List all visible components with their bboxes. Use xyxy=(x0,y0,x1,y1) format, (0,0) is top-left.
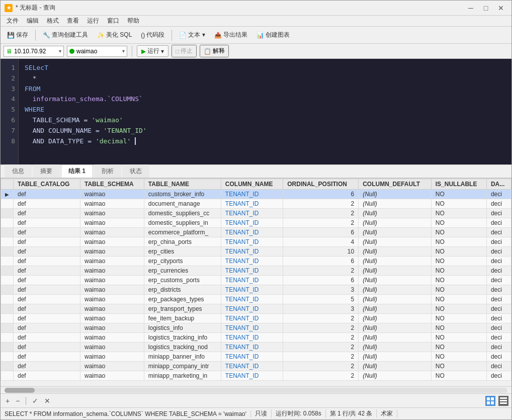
cell-nullable-13: NO xyxy=(431,314,486,323)
col-nullable-header[interactable]: IS_NULLABLE xyxy=(431,179,486,190)
cell-schema-5: waimao xyxy=(80,237,144,247)
table-row[interactable]: def waimao miniapp_marketing_in TENANT_I… xyxy=(1,371,511,381)
list-view-button[interactable] xyxy=(498,396,508,406)
h-scroll-thumb[interactable] xyxy=(5,388,35,393)
cell-da-18: deci xyxy=(486,362,511,371)
cell-ordinal-1: 2 xyxy=(283,199,359,209)
beautify-sql-button[interactable]: ✨ 美化 SQL xyxy=(94,29,135,41)
cell-nullable-11: NO xyxy=(431,295,486,304)
horizontal-scrollbar[interactable] xyxy=(1,386,511,393)
save-button[interactable]: 💾 保存 xyxy=(4,29,32,41)
table-row[interactable]: def waimao erp_packages_types TENANT_ID … xyxy=(1,295,511,304)
text-button[interactable]: 📄 文本 ▾ xyxy=(176,29,208,41)
col-da-header[interactable]: DA... xyxy=(486,179,511,190)
table-row[interactable]: ▶ def waimao customs_broker_info TENANT_… xyxy=(1,190,511,199)
export-button[interactable]: 📤 导出结果 xyxy=(211,29,251,41)
cell-schema-8: waimao xyxy=(80,266,144,276)
line-num-3: 3 xyxy=(4,84,15,95)
chart-button[interactable]: 📊 创建图表 xyxy=(253,29,293,41)
table-row[interactable]: def waimao miniapp_company_intr TENANT_I… xyxy=(1,362,511,371)
table-row[interactable]: def waimao erp_cities TENANT_ID 10 (Null… xyxy=(1,247,511,257)
table-row[interactable]: def waimao erp_cityports TENANT_ID 6 (Nu… xyxy=(1,257,511,266)
cell-column-18: TENANT_ID xyxy=(221,362,283,371)
code-snippet-button[interactable]: () 代码段 xyxy=(137,29,168,41)
table-row[interactable]: def waimao domestic_suppliers_cc TENANT_… xyxy=(1,209,511,218)
toolbar-sep-2 xyxy=(172,30,172,41)
sql-editor[interactable]: 1 2 3 4 5 6 7 8 SELecT * FROM informatio… xyxy=(1,59,511,164)
cell-da-12: deci xyxy=(486,304,511,314)
tab-summary[interactable]: 摘要 xyxy=(33,164,60,178)
menu-edit[interactable]: 编辑 xyxy=(23,16,43,26)
confirm-button[interactable]: ✓ xyxy=(30,397,40,405)
cell-schema-14: waimao xyxy=(80,323,144,333)
run-button[interactable]: ▶ 运行 ▾ xyxy=(137,45,168,57)
cell-nullable-2: NO xyxy=(431,209,486,218)
cell-catalog-1: def xyxy=(14,199,80,209)
table-row[interactable]: def waimao logistics_info TENANT_ID 2 (N… xyxy=(1,323,511,333)
table-row[interactable]: def waimao erp_customs_ports TENANT_ID 6… xyxy=(1,276,511,285)
add-row-button[interactable]: + xyxy=(4,397,12,405)
db-selector[interactable]: waimao ▾ xyxy=(67,46,127,57)
sql-code-area[interactable]: SELecT * FROM information_schema.`COLUMN… xyxy=(19,59,511,164)
cell-table-3: domestic_suppliers_in xyxy=(144,218,221,228)
result-container[interactable]: TABLE_CATALOG TABLE_SCHEMA TABLE_NAME CO… xyxy=(1,179,511,386)
table-row[interactable]: def waimao erp_transport_types TENANT_ID… xyxy=(1,304,511,314)
col-table-name-header[interactable]: TABLE_NAME xyxy=(144,179,221,190)
bottom-sep-1 xyxy=(26,397,26,405)
menu-help[interactable]: 帮助 xyxy=(123,16,143,26)
table-row[interactable]: def waimao document_manage TENANT_ID 2 (… xyxy=(1,199,511,209)
explain-button[interactable]: 📋 解释 xyxy=(200,45,229,57)
col-ordinal-header[interactable]: ORDINAL_POSITION xyxy=(283,179,359,190)
chart-icon: 📊 xyxy=(257,32,264,39)
tab-profile[interactable]: 剖析 xyxy=(94,164,121,178)
table-row[interactable]: def waimao ecommerce_platform_ TENANT_ID… xyxy=(1,228,511,237)
cell-da-0: deci xyxy=(486,190,511,199)
maximize-button[interactable]: □ xyxy=(479,3,492,13)
cell-default-9: (Null) xyxy=(359,276,432,285)
discard-button[interactable]: ✕ xyxy=(42,397,52,405)
tab-info[interactable]: 信息 xyxy=(5,164,32,178)
grid-view-button[interactable] xyxy=(485,396,495,406)
menu-file[interactable]: 文件 xyxy=(3,16,23,26)
menu-view[interactable]: 查看 xyxy=(63,16,83,26)
table-row[interactable]: def waimao logistics_tracking_info TENAN… xyxy=(1,333,511,343)
col-table-catalog-header[interactable]: TABLE_CATALOG xyxy=(14,179,80,190)
query-builder-button[interactable]: 🔧 查询创建工具 xyxy=(39,29,92,41)
cell-da-3: deci xyxy=(486,218,511,228)
cell-catalog-19: def xyxy=(14,371,80,381)
remove-row-button[interactable]: − xyxy=(14,397,22,405)
table-row[interactable]: def waimao erp_districts TENANT_ID 3 (Nu… xyxy=(1,285,511,295)
menu-window[interactable]: 窗口 xyxy=(103,16,123,26)
cell-nullable-18: NO xyxy=(431,362,486,371)
menu-run[interactable]: 运行 xyxy=(83,16,103,26)
cell-column-19: TENANT_ID xyxy=(221,371,283,381)
cell-catalog-3: def xyxy=(14,218,80,228)
cell-default-8: (Null) xyxy=(359,266,432,276)
cell-default-6: (Null) xyxy=(359,247,432,257)
cell-column-13: TENANT_ID xyxy=(221,314,283,323)
svg-rect-5 xyxy=(500,400,507,401)
table-row[interactable]: def waimao domestic_suppliers_in TENANT_… xyxy=(1,218,511,228)
tab-status[interactable]: 状态 xyxy=(122,164,149,178)
table-row[interactable]: def waimao erp_china_ports TENANT_ID 4 (… xyxy=(1,237,511,247)
col-default-header[interactable]: COLUMN_DEFAULT xyxy=(359,179,432,190)
line-num-4: 4 xyxy=(4,94,15,105)
close-button[interactable]: ✕ xyxy=(494,3,507,13)
cell-catalog-0: def xyxy=(14,190,80,199)
col-table-schema-header[interactable]: TABLE_SCHEMA xyxy=(80,179,144,190)
cell-default-7: (Null) xyxy=(359,257,432,266)
table-row[interactable]: def waimao erp_currencies TENANT_ID 2 (N… xyxy=(1,266,511,276)
stop-button[interactable]: □ 停止 xyxy=(172,45,197,57)
cell-schema-6: waimao xyxy=(80,247,144,257)
cell-ordinal-9: 6 xyxy=(283,276,359,285)
table-row[interactable]: def waimao fee_item_backup TENANT_ID 2 (… xyxy=(1,314,511,323)
ip-selector[interactable]: 🖥 10.10.70.92 ▾ xyxy=(4,46,64,57)
table-row[interactable]: def waimao logistics_tracking_nod TENANT… xyxy=(1,343,511,352)
table-row[interactable]: def waimao miniapp_banner_info TENANT_ID… xyxy=(1,352,511,362)
col-indicator-header xyxy=(1,179,14,190)
tab-result1[interactable]: 结果 1 xyxy=(61,164,93,178)
cell-catalog-17: def xyxy=(14,352,80,362)
minimize-button[interactable]: ─ xyxy=(464,3,477,13)
col-column-name-header[interactable]: COLUMN_NAME xyxy=(221,179,283,190)
menu-format[interactable]: 格式 xyxy=(43,16,63,26)
